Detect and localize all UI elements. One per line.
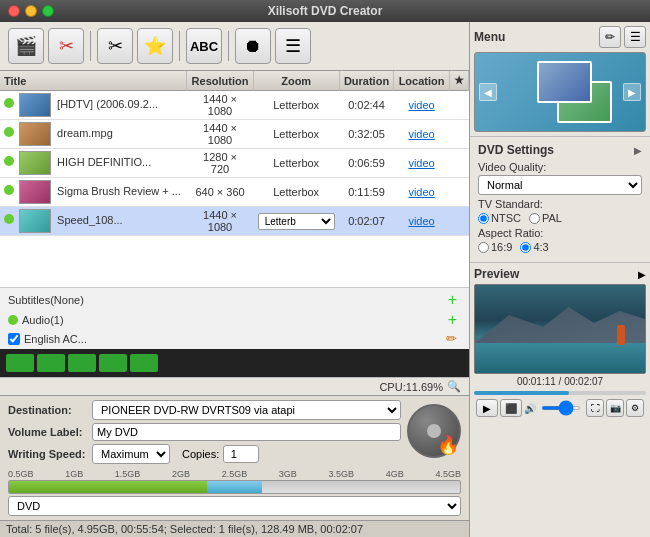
remove-button[interactable]: ✂ — [48, 28, 84, 64]
file-table: Title Resolution Zoom Duration Location … — [0, 71, 469, 236]
tv-standard-row: TV Standard: NTSC PAL — [478, 198, 642, 224]
zoom-cell: Letterbox — [253, 91, 339, 120]
aspect-ratio-row: Aspect Ratio: 16:9 4:3 — [478, 227, 642, 253]
minimize-button[interactable] — [25, 5, 37, 17]
video-link[interactable]: video — [408, 215, 434, 227]
ratio-4-3-option[interactable]: 4:3 — [520, 241, 548, 253]
location-cell[interactable]: video — [394, 149, 449, 178]
location-cell[interactable]: video — [394, 207, 449, 236]
close-button[interactable] — [8, 5, 20, 17]
col-title[interactable]: Title — [0, 71, 187, 91]
col-zoom[interactable]: Zoom — [253, 71, 339, 91]
ratio-16-9-option[interactable]: 16:9 — [478, 241, 512, 253]
col-location[interactable]: Location — [394, 71, 449, 91]
menu-list-button[interactable]: ☰ — [624, 26, 646, 48]
menu-title: Menu — [474, 30, 505, 44]
col-star[interactable]: ★ — [449, 71, 468, 91]
pal-radio[interactable] — [529, 213, 540, 224]
star-cell — [449, 91, 468, 120]
format-row: DVD Blu-ray — [8, 496, 461, 516]
duration-cell: 0:02:07 — [339, 207, 394, 236]
settings-extra-button[interactable]: ⚙ — [626, 399, 644, 417]
preview-header: Preview ▶ — [474, 267, 646, 281]
format-select[interactable]: DVD Blu-ray — [8, 496, 461, 516]
preview-progress-bar[interactable] — [474, 391, 646, 395]
col-duration[interactable]: Duration — [339, 71, 394, 91]
status-dot — [4, 214, 14, 224]
menu-button[interactable]: ☰ — [275, 28, 311, 64]
audio-track-checkbox[interactable] — [8, 333, 20, 345]
flame-icon: 🔥 — [437, 434, 459, 456]
zoom-select[interactable]: Letterb Pan&Scan Full Screen — [258, 213, 335, 230]
table-row[interactable]: Speed_108... 1440 ×1080 Letterb Pan&Scan… — [0, 207, 469, 236]
bottom-controls: Destination: PIONEER DVD-RW DVRTS09 via … — [0, 395, 469, 520]
speed-select[interactable]: Maximum 2x 4x — [92, 444, 170, 464]
resolution-cell: 1280 ×720 — [187, 149, 254, 178]
location-cell[interactable]: video — [394, 91, 449, 120]
sub-audio-section: Subtitles(None) + Audio(1) + English AC.… — [0, 287, 469, 349]
speed-label: Writing Speed: — [8, 448, 88, 460]
resolution-cell: 1440 ×1080 — [187, 120, 254, 149]
favorite-button[interactable]: ⭐ — [137, 28, 173, 64]
screenshot-button[interactable]: 📷 — [606, 399, 624, 417]
zoom-cell: Letterbox — [253, 178, 339, 207]
video-link[interactable]: video — [408, 128, 434, 140]
video-quality-row: Video Quality: Normal High Low — [478, 161, 642, 195]
file-title-cell: [HDTV] (2006.09.2... — [0, 91, 187, 120]
table-row[interactable]: [HDTV] (2006.09.2... 1440 ×1080 Letterbo… — [0, 91, 469, 120]
menu-section: Menu ✏ ☰ ◀ ▶ — [470, 22, 650, 137]
maximize-button[interactable] — [42, 5, 54, 17]
wave-segment — [6, 354, 34, 372]
menu-next-button[interactable]: ▶ — [623, 83, 641, 101]
cpu-bar: CPU:11.69% 🔍 — [0, 377, 469, 395]
table-row[interactable]: Sigma Brush Review + ... 640 × 360 Lette… — [0, 178, 469, 207]
file-table-container: Title Resolution Zoom Duration Location … — [0, 71, 469, 287]
app-title: Xilisoft DVD Creator — [268, 4, 383, 18]
preview-expand-icon[interactable]: ▶ — [638, 269, 646, 280]
video-link[interactable]: video — [408, 99, 434, 111]
preview-time: 00:01:11 / 00:02:07 — [474, 374, 646, 389]
tv-standard-options: NTSC PAL — [478, 212, 642, 224]
play-button[interactable]: ▶ — [476, 399, 498, 417]
volume-slider[interactable] — [541, 406, 581, 410]
add-subtitle-button[interactable]: + — [448, 291, 457, 309]
star-cell — [449, 207, 468, 236]
cpu-settings-icon[interactable]: 🔍 — [447, 380, 461, 393]
ntsc-option[interactable]: NTSC — [478, 212, 521, 224]
stop-button[interactable]: ⬛ — [500, 399, 522, 417]
ntsc-radio[interactable] — [478, 213, 489, 224]
menu-edit-button[interactable]: ✏ — [599, 26, 621, 48]
table-row[interactable]: HIGH DEFINITIO... 1280 ×720 Letterbox 0:… — [0, 149, 469, 178]
ratio-4-3-label: 4:3 — [533, 241, 548, 253]
disc-burn-icon: 🔥 — [407, 404, 461, 458]
text-button[interactable]: ABC — [186, 28, 222, 64]
menu-prev-button[interactable]: ◀ — [479, 83, 497, 101]
location-cell[interactable]: video — [394, 178, 449, 207]
destination-label: Destination: — [8, 404, 88, 416]
status-bar: Total: 5 file(s), 4.95GB, 00:55:54; Sele… — [0, 520, 469, 537]
cut-button[interactable]: ✂ — [97, 28, 133, 64]
copies-input[interactable] — [223, 445, 259, 463]
ratio-16-9-radio[interactable] — [478, 242, 489, 253]
fullscreen-button[interactable]: ⛶ — [586, 399, 604, 417]
video-link[interactable]: video — [408, 157, 434, 169]
preview-controls: ▶ ⬛ 🔊 ⛶ 📷 ⚙ — [474, 397, 646, 419]
storage-bar: 0.5GB 1GB 1.5GB 2GB 2.5GB 3GB 3.5GB 4GB … — [8, 469, 461, 494]
add-video-button[interactable]: 🎬 — [8, 28, 44, 64]
add-audio-button[interactable]: + — [448, 311, 457, 329]
location-cell[interactable]: video — [394, 120, 449, 149]
record-button[interactable]: ⏺ — [235, 28, 271, 64]
video-quality-select[interactable]: Normal High Low — [478, 175, 642, 195]
table-row[interactable]: dream.mpg 1440 ×1080 Letterbox 0:32:05 v… — [0, 120, 469, 149]
volume-input[interactable] — [92, 423, 401, 441]
file-thumbnail — [19, 180, 51, 204]
settings-expand-icon[interactable]: ▶ — [634, 145, 642, 156]
pal-option[interactable]: PAL — [529, 212, 562, 224]
right-panel: Menu ✏ ☰ ◀ ▶ DVD Settings ▶ — [470, 22, 650, 537]
edit-audio-button[interactable]: ✏ — [446, 331, 457, 346]
col-resolution[interactable]: Resolution — [187, 71, 254, 91]
video-link[interactable]: video — [408, 186, 434, 198]
zoom-cell[interactable]: Letterb Pan&Scan Full Screen — [253, 207, 339, 236]
ratio-4-3-radio[interactable] — [520, 242, 531, 253]
destination-select[interactable]: PIONEER DVD-RW DVRTS09 via atapi — [92, 400, 401, 420]
